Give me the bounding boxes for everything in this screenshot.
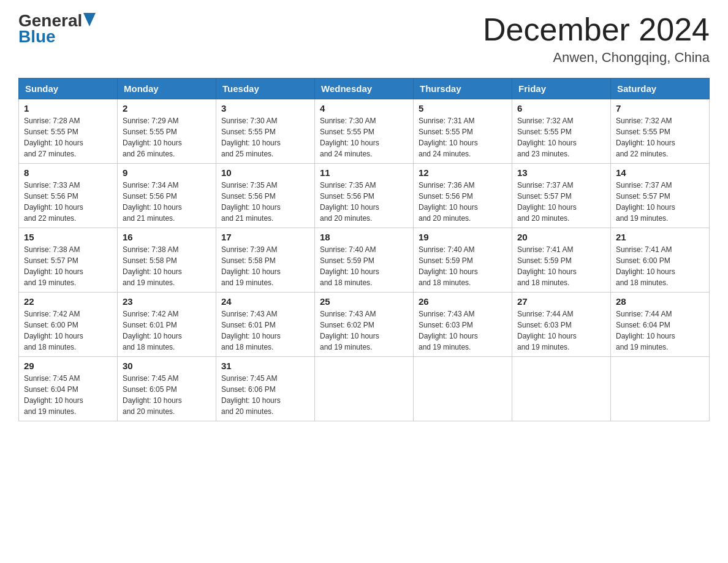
day-info: Sunrise: 7:40 AMSunset: 5:59 PMDaylight:… [320,245,379,287]
day-info: Sunrise: 7:44 AMSunset: 6:03 PMDaylight:… [517,310,577,351]
day-info: Sunrise: 7:30 AMSunset: 5:55 PMDaylight:… [320,117,379,158]
table-row: 23 Sunrise: 7:42 AMSunset: 6:01 PMDaylig… [118,293,216,357]
day-number: 26 [419,296,507,307]
day-info: Sunrise: 7:37 AMSunset: 5:57 PMDaylight:… [616,181,675,223]
calendar-week-row: 22 Sunrise: 7:42 AMSunset: 6:00 PMDaylig… [19,293,710,357]
table-row: 11 Sunrise: 7:35 AMSunset: 5:56 PMDaylig… [315,164,414,228]
table-row: 31 Sunrise: 7:45 AMSunset: 6:06 PMDaylig… [216,357,315,421]
day-info: Sunrise: 7:32 AMSunset: 5:55 PMDaylight:… [517,117,577,158]
day-info: Sunrise: 7:35 AMSunset: 5:56 PMDaylight:… [320,181,379,223]
table-row: 24 Sunrise: 7:43 AMSunset: 6:01 PMDaylig… [216,293,315,357]
day-number: 6 [517,103,605,113]
day-info: Sunrise: 7:43 AMSunset: 6:03 PMDaylight:… [419,310,478,351]
day-info: Sunrise: 7:37 AMSunset: 5:57 PMDaylight:… [517,181,577,223]
table-row: 29 Sunrise: 7:45 AMSunset: 6:04 PMDaylig… [19,357,118,421]
table-row: 6 Sunrise: 7:32 AMSunset: 5:55 PMDayligh… [512,99,611,164]
day-number: 9 [123,167,211,178]
day-number: 4 [320,103,408,113]
table-row: 5 Sunrise: 7:31 AMSunset: 5:55 PMDayligh… [414,99,512,164]
table-row: 2 Sunrise: 7:29 AMSunset: 5:55 PMDayligh… [118,99,216,164]
header-thursday: Thursday [414,79,512,99]
day-number: 11 [320,167,408,178]
day-info: Sunrise: 7:31 AMSunset: 5:55 PMDaylight:… [419,117,478,158]
day-number: 16 [123,232,211,242]
table-row: 28 Sunrise: 7:44 AMSunset: 6:04 PMDaylig… [611,293,710,357]
page-header: General Blue December 2024 Anwen, Chongq… [18,12,710,66]
day-number: 27 [517,296,605,307]
day-info: Sunrise: 7:32 AMSunset: 5:55 PMDaylight:… [616,117,675,158]
day-number: 29 [24,361,112,371]
day-number: 2 [123,103,211,113]
day-number: 22 [24,296,112,307]
table-row [611,357,710,421]
table-row: 1 Sunrise: 7:28 AMSunset: 5:55 PMDayligh… [19,99,118,164]
day-number: 8 [24,167,112,178]
page-subtitle: Anwen, Chongqing, China [483,50,710,66]
table-row: 18 Sunrise: 7:40 AMSunset: 5:59 PMDaylig… [315,228,414,293]
day-number: 13 [517,167,605,178]
day-number: 20 [517,232,605,242]
table-row: 4 Sunrise: 7:30 AMSunset: 5:55 PMDayligh… [315,99,414,164]
day-info: Sunrise: 7:34 AMSunset: 5:56 PMDaylight:… [123,181,182,223]
day-number: 1 [24,103,112,113]
day-number: 19 [419,232,507,242]
day-info: Sunrise: 7:30 AMSunset: 5:55 PMDaylight:… [221,117,281,158]
day-info: Sunrise: 7:35 AMSunset: 5:56 PMDaylight:… [221,181,281,223]
day-info: Sunrise: 7:38 AMSunset: 5:57 PMDaylight:… [24,245,83,287]
day-info: Sunrise: 7:44 AMSunset: 6:04 PMDaylight:… [616,310,675,351]
calendar-week-row: 8 Sunrise: 7:33 AMSunset: 5:56 PMDayligh… [19,164,710,228]
table-row: 27 Sunrise: 7:44 AMSunset: 6:03 PMDaylig… [512,293,611,357]
day-number: 17 [221,232,309,242]
table-row: 22 Sunrise: 7:42 AMSunset: 6:00 PMDaylig… [19,293,118,357]
calendar-table: Sunday Monday Tuesday Wednesday Thursday… [18,78,710,421]
day-info: Sunrise: 7:40 AMSunset: 5:59 PMDaylight:… [419,245,478,287]
header-tuesday: Tuesday [216,79,315,99]
day-number: 25 [320,296,408,307]
table-row: 30 Sunrise: 7:45 AMSunset: 6:05 PMDaylig… [118,357,216,421]
table-row [315,357,414,421]
day-number: 10 [221,167,309,178]
day-number: 21 [616,232,704,242]
calendar-header-row: Sunday Monday Tuesday Wednesday Thursday… [19,79,710,99]
day-info: Sunrise: 7:42 AMSunset: 6:01 PMDaylight:… [123,310,182,351]
logo-triangle-icon [83,13,96,26]
table-row [414,357,512,421]
table-row: 16 Sunrise: 7:38 AMSunset: 5:58 PMDaylig… [118,228,216,293]
table-row: 10 Sunrise: 7:35 AMSunset: 5:56 PMDaylig… [216,164,315,228]
header-friday: Friday [512,79,611,99]
table-row [512,357,611,421]
svg-marker-0 [83,13,96,26]
title-block: December 2024 Anwen, Chongqing, China [483,12,710,66]
header-saturday: Saturday [611,79,710,99]
day-info: Sunrise: 7:45 AMSunset: 6:04 PMDaylight:… [24,374,83,416]
header-sunday: Sunday [19,79,118,99]
header-wednesday: Wednesday [315,79,414,99]
table-row: 15 Sunrise: 7:38 AMSunset: 5:57 PMDaylig… [19,228,118,293]
table-row: 8 Sunrise: 7:33 AMSunset: 5:56 PMDayligh… [19,164,118,228]
day-number: 18 [320,232,408,242]
day-info: Sunrise: 7:29 AMSunset: 5:55 PMDaylight:… [123,117,182,158]
day-info: Sunrise: 7:33 AMSunset: 5:56 PMDaylight:… [24,181,83,223]
day-info: Sunrise: 7:43 AMSunset: 6:01 PMDaylight:… [221,310,281,351]
table-row: 3 Sunrise: 7:30 AMSunset: 5:55 PMDayligh… [216,99,315,164]
day-number: 3 [221,103,309,113]
day-info: Sunrise: 7:43 AMSunset: 6:02 PMDaylight:… [320,310,379,351]
day-info: Sunrise: 7:41 AMSunset: 5:59 PMDaylight:… [517,245,577,287]
day-info: Sunrise: 7:42 AMSunset: 6:00 PMDaylight:… [24,310,83,351]
table-row: 17 Sunrise: 7:39 AMSunset: 5:58 PMDaylig… [216,228,315,293]
calendar-week-row: 1 Sunrise: 7:28 AMSunset: 5:55 PMDayligh… [19,99,710,164]
day-number: 15 [24,232,112,242]
day-info: Sunrise: 7:39 AMSunset: 5:58 PMDaylight:… [221,245,281,287]
table-row: 9 Sunrise: 7:34 AMSunset: 5:56 PMDayligh… [118,164,216,228]
day-info: Sunrise: 7:38 AMSunset: 5:58 PMDaylight:… [123,245,182,287]
day-info: Sunrise: 7:45 AMSunset: 6:05 PMDaylight:… [123,374,182,416]
day-info: Sunrise: 7:45 AMSunset: 6:06 PMDaylight:… [221,374,281,416]
table-row: 7 Sunrise: 7:32 AMSunset: 5:55 PMDayligh… [611,99,710,164]
day-info: Sunrise: 7:28 AMSunset: 5:55 PMDaylight:… [24,117,83,158]
table-row: 26 Sunrise: 7:43 AMSunset: 6:03 PMDaylig… [414,293,512,357]
day-number: 7 [616,103,704,113]
logo: General Blue [18,12,96,47]
day-number: 23 [123,296,211,307]
day-info: Sunrise: 7:36 AMSunset: 5:56 PMDaylight:… [419,181,478,223]
table-row: 12 Sunrise: 7:36 AMSunset: 5:56 PMDaylig… [414,164,512,228]
